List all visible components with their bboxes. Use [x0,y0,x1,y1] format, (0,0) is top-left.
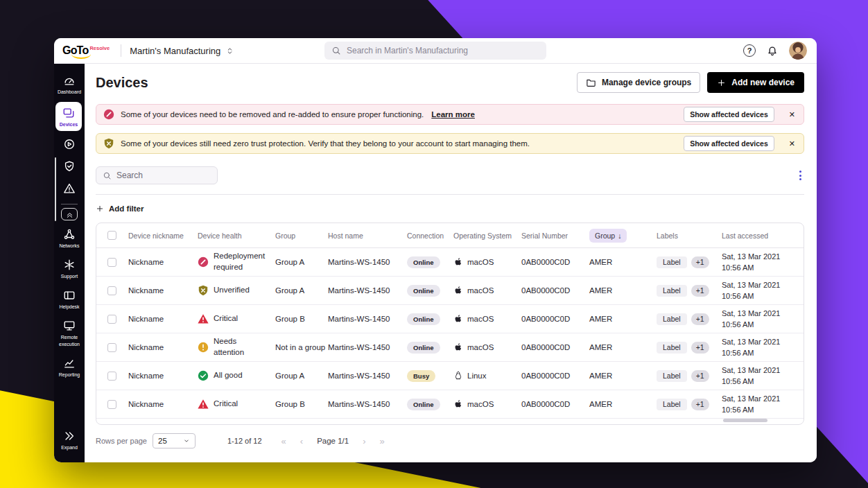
column-device-health[interactable]: Device health [198,232,275,240]
label-chip[interactable]: Label [657,256,687,268]
close-icon[interactable]: ✕ [788,139,797,148]
avatar[interactable] [789,42,807,60]
sidebar-scrollbar[interactable] [55,157,56,221]
column-group-sorted[interactable]: Group ↓ [589,229,657,243]
row-checkbox[interactable] [107,286,116,295]
label-chip[interactable]: Label [657,342,687,354]
global-search[interactable] [324,42,546,60]
label-chip[interactable]: Label [657,370,687,382]
label-more-chip[interactable]: +1 [691,370,709,382]
row-checkbox[interactable] [107,258,116,267]
select-all-checkbox[interactable] [107,231,116,240]
show-affected-devices-button[interactable]: Show affected devices [684,107,774,122]
banner-link[interactable]: Learn more [431,110,475,119]
goto-logo[interactable]: GoTo Resolve [62,45,110,56]
host-name: Martins-WS-1450 [328,286,407,295]
apple-icon [453,314,463,324]
table-row[interactable]: Nickname Redeployment required Group A M… [96,248,804,277]
sidebar-expand-button[interactable]: Expand [55,425,83,455]
shield-check-icon [63,160,76,173]
reporting-icon [63,357,76,369]
label-more-chip[interactable]: +1 [691,342,709,354]
row-checkbox[interactable] [107,372,116,381]
column-host-name[interactable]: Host name [328,232,407,240]
table-row[interactable]: Nickname Unverified Group A Martins-WS-1… [96,277,804,305]
chevron-down-icon [183,437,190,444]
sidebar-item-protection[interactable] [55,155,83,177]
label-more-chip[interactable]: +1 [691,285,709,297]
column-group[interactable]: Group [275,232,328,240]
sidebar-item-support[interactable]: Support [55,254,83,284]
column-device-nickname[interactable]: Device nickname [128,232,198,240]
region-group: AMER [589,343,657,351]
search-icon [103,171,112,180]
rows-per-page-select[interactable]: 25 [153,433,196,448]
org-name: Martin's Manufacturing [130,46,220,56]
devices-icon [62,107,75,119]
sidebar-item-remote-support[interactable] [55,133,83,155]
shield-unverified-icon [103,138,114,149]
add-filter-button[interactable]: Add filter [96,204,144,213]
region-group: AMER [589,286,657,295]
sidebar: Dashboard Devices Networks Support Helpd… [54,64,85,462]
help-icon[interactable]: ? [743,44,756,57]
sidebar-item-networks[interactable]: Networks [55,223,83,254]
global-search-input[interactable] [347,46,539,55]
label-chip[interactable]: Label [657,313,687,325]
sidebar-item-devices[interactable]: Devices [55,102,82,131]
table-search[interactable] [96,166,218,184]
column-operating-system[interactable]: Operating System [453,232,521,240]
show-affected-devices-button[interactable]: Show affected devices [684,136,774,151]
helpdesk-icon [63,289,76,302]
connection-badge: Online [407,285,440,297]
sidebar-item-helpdesk[interactable]: Helpdesk [55,284,83,315]
row-checkbox[interactable] [107,315,116,324]
label-chip[interactable]: Label [657,285,687,297]
app-window: GoTo Resolve Martin's Manufacturing ? Da… [54,38,817,462]
folder-icon [586,78,596,88]
serial-number: 0AB0000C0D [521,400,589,408]
column-labels[interactable]: Labels [657,232,722,240]
sidebar-item-reporting[interactable]: Reporting [55,352,83,383]
os-label: macOS [467,286,494,295]
rows-per-page-label: Rows per page [96,437,147,445]
device-health-label: Critical [214,399,238,410]
connection-badge: Online [407,256,440,268]
more-options-icon[interactable] [797,168,804,183]
add-new-device-button[interactable]: Add new device [707,72,804,93]
prev-page-button[interactable]: ‹ [300,436,303,446]
close-icon[interactable]: ✕ [788,110,797,119]
sidebar-item-remote-execution[interactable]: Remote execution [55,315,83,351]
table-row[interactable]: Nickname Needs attention Not in a group … [96,333,804,362]
sidebar-item-alerts[interactable] [55,177,83,200]
notifications-bell-icon[interactable] [766,44,779,57]
label-more-chip[interactable]: +1 [691,399,709,410]
label-chip[interactable]: Label [657,399,687,410]
manage-device-groups-button[interactable]: Manage device groups [577,72,700,93]
last-accessed: Sat, 13 Mar 2021 10:56 AM [722,365,804,387]
last-page-button[interactable]: » [380,436,385,446]
table-row[interactable]: Nickname All good Group A Martins-WS-145… [96,362,804,390]
table-header: Device nickname Device health Group Host… [96,223,804,248]
table-row[interactable]: Nickname Critical Group B Martins-WS-145… [96,305,804,333]
horizontal-scrollbar[interactable] [723,419,767,422]
first-page-button[interactable]: « [281,436,286,446]
row-checkbox[interactable] [107,343,116,352]
account-switcher[interactable]: Martin's Manufacturing [130,46,234,56]
row-checkbox[interactable] [107,400,116,409]
table-row[interactable]: Nickname Critical Group B Martins-WS-145… [96,390,804,419]
last-accessed: Sat, 13 Mar 2021 10:56 AM [722,336,804,359]
column-last-accessed[interactable]: Last accessed [722,232,804,240]
last-accessed: Sat, 13 Mar 2021 10:56 AM [722,393,804,416]
pagination-range: 1-12 of 12 [227,437,262,445]
column-serial-number[interactable]: Serial Number [521,232,589,240]
label-more-chip[interactable]: +1 [691,256,709,268]
sidebar-item-dashboard[interactable]: Dashboard [55,69,83,100]
connection-badge: Busy [407,370,435,382]
table-search-input[interactable] [116,171,211,180]
next-page-button[interactable]: › [363,436,365,446]
column-connection[interactable]: Connection [407,232,453,240]
collapse-button[interactable] [61,208,78,220]
label-more-chip[interactable]: +1 [691,313,709,325]
devices-table: Device nickname Device health Group Host… [96,223,804,425]
